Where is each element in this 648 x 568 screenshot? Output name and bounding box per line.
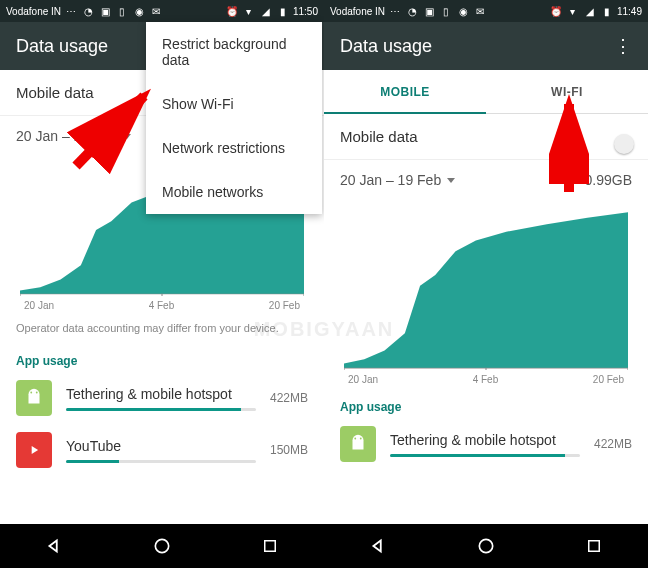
svg-point-5 [36, 392, 38, 394]
svg-point-4 [30, 392, 32, 394]
svg-point-14 [479, 539, 492, 552]
usage-chart: 20 Jan 4 Feb 20 Feb [324, 200, 648, 390]
mobile-data-label: Mobile data [16, 84, 94, 101]
app-name: Tethering & mobile hotspot [390, 432, 580, 448]
alarm-icon: ⏰ [225, 4, 239, 18]
carrier-label: Vodafone IN [6, 6, 61, 17]
clock-time: 11:50 [293, 6, 318, 17]
axis-label-end: 20 Feb [269, 300, 300, 311]
navbar [0, 524, 324, 568]
screen-right: Vodafone IN ⋯ ◔ ▣ ▯ ◉ ✉ ⏰ ▾ ◢ ▮ 11:49 Da… [324, 0, 648, 568]
dropdown-icon [123, 134, 131, 139]
axis-label-start: 20 Jan [348, 374, 378, 385]
disclaimer-text: Operator data accounting may differ from… [0, 316, 324, 344]
battery-icon: ▮ [276, 4, 290, 18]
total-usage: 0.99GB [585, 172, 632, 188]
page-title: Data usage [340, 36, 432, 57]
navbar [324, 524, 648, 568]
tab-wifi[interactable]: WI-FI [486, 70, 648, 113]
axis-label-start: 20 Jan [24, 300, 54, 311]
clock-time: 11:49 [617, 6, 642, 17]
statusbar: Vodafone IN ⋯ ◔ ▣ ▯ ◉ ✉ ⏰ ▾ ◢ ▮ 11:50 [0, 0, 324, 22]
android-icon [340, 426, 376, 462]
phone-icon: ▯ [439, 4, 453, 18]
home-button[interactable] [142, 526, 182, 566]
overflow-icon[interactable]: ⋮ [614, 35, 632, 57]
axis-label-mid: 4 Feb [149, 300, 175, 311]
carrier-label: Vodafone IN [330, 6, 385, 17]
clock-icon: ◔ [405, 4, 419, 18]
axis-label-end: 20 Feb [593, 374, 624, 385]
recents-button[interactable] [574, 526, 614, 566]
statusbar: Vodafone IN ⋯ ◔ ▣ ▯ ◉ ✉ ⏰ ▾ ◢ ▮ 11:49 [324, 0, 648, 22]
menu-restrict-bg[interactable]: Restrict background data [146, 22, 322, 82]
youtube-icon [16, 432, 52, 468]
tabs: MOBILE WI-FI [324, 70, 648, 114]
whatsapp-icon: ◉ [456, 4, 470, 18]
battery-icon: ▮ [600, 4, 614, 18]
app-name: Tethering & mobile hotspot [66, 386, 256, 402]
date-range-picker[interactable]: 20 Jan – 19 Feb 0.99GB [324, 160, 648, 200]
more-indicator-icon: ⋯ [388, 4, 402, 18]
back-button[interactable] [358, 526, 398, 566]
svg-point-6 [155, 539, 168, 552]
wifi-icon: ▾ [242, 4, 256, 18]
clock-icon: ◔ [81, 4, 95, 18]
wifi-icon: ▾ [566, 4, 580, 18]
whatsapp-icon: ◉ [132, 4, 146, 18]
app-size: 422MB [270, 391, 308, 405]
dropdown-icon [447, 178, 455, 183]
appbar: Data usage ⋮ [324, 22, 648, 70]
recents-button[interactable] [250, 526, 290, 566]
tab-mobile[interactable]: MOBILE [324, 70, 486, 113]
screen-left: Vodafone IN ⋯ ◔ ▣ ▯ ◉ ✉ ⏰ ▾ ◢ ▮ 11:50 Da… [0, 0, 324, 568]
app-size: 150MB [270, 443, 308, 457]
menu-network-restrictions[interactable]: Network restrictions [146, 126, 322, 170]
menu-mobile-networks[interactable]: Mobile networks [146, 170, 322, 214]
axis-label-mid: 4 Feb [473, 374, 499, 385]
home-button[interactable] [466, 526, 506, 566]
menu-show-wifi[interactable]: Show Wi-Fi [146, 82, 322, 126]
app-row-tethering[interactable]: Tethering & mobile hotspot 422MB [0, 372, 324, 424]
calendar-icon: ▣ [422, 4, 436, 18]
date-range-text: 20 Jan – 19 Feb [340, 172, 441, 188]
signal-icon: ◢ [583, 4, 597, 18]
app-name: YouTube [66, 438, 256, 454]
signal-icon: ◢ [259, 4, 273, 18]
mail-icon: ✉ [149, 4, 163, 18]
back-button[interactable] [34, 526, 74, 566]
date-range-text: 20 Jan – 19 Feb [16, 128, 117, 144]
phone-icon: ▯ [115, 4, 129, 18]
svg-rect-7 [265, 541, 276, 552]
calendar-icon: ▣ [98, 4, 112, 18]
mail-icon: ✉ [473, 4, 487, 18]
mobile-data-row[interactable]: Mobile data [324, 114, 648, 160]
svg-point-12 [354, 438, 356, 440]
app-row-tethering[interactable]: Tethering & mobile hotspot 422MB [324, 418, 648, 470]
android-icon [16, 380, 52, 416]
app-usage-header: App usage [324, 390, 648, 418]
app-size: 422MB [594, 437, 632, 451]
page-title: Data usage [16, 36, 108, 57]
more-indicator-icon: ⋯ [64, 4, 78, 18]
app-usage-header: App usage [0, 344, 324, 372]
svg-rect-15 [589, 541, 600, 552]
mobile-data-label: Mobile data [340, 128, 418, 145]
app-row-youtube[interactable]: YouTube 150MB [0, 424, 324, 476]
svg-point-13 [360, 438, 362, 440]
overflow-menu: Restrict background data Show Wi-Fi Netw… [146, 22, 322, 214]
alarm-icon: ⏰ [549, 4, 563, 18]
